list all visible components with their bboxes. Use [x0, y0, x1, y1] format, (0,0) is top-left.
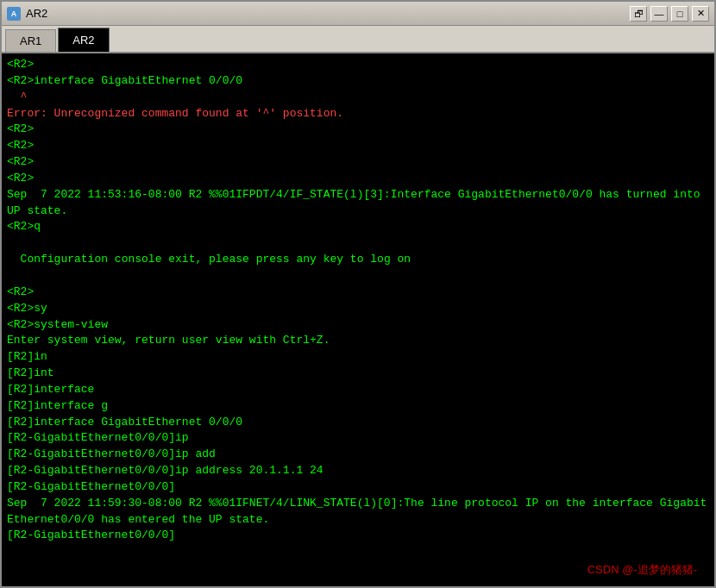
- restore-button[interactable]: 🗗: [630, 6, 647, 22]
- terminal-container[interactable]: <R2> <R2>interface GigabitEthernet 0/0/0…: [2, 53, 714, 586]
- title-bar: A AR2 🗗 — □ ✕: [2, 2, 714, 26]
- terminal-output: <R2> <R2>interface GigabitEthernet 0/0/0…: [7, 57, 709, 544]
- tab-bar: AR1 AR2: [2, 26, 714, 53]
- tab-ar1[interactable]: AR1: [5, 29, 56, 52]
- title-bar-controls: 🗗 — □ ✕: [630, 6, 709, 22]
- close-button[interactable]: ✕: [692, 6, 709, 22]
- window-title: AR2: [26, 7, 47, 20]
- title-bar-left: A AR2: [7, 7, 47, 21]
- watermark: CSDN @-追梦的猪猪-: [587, 562, 697, 578]
- tab-ar2[interactable]: AR2: [58, 28, 109, 52]
- app-icon: A: [7, 7, 21, 21]
- main-window: A AR2 🗗 — □ ✕ AR1 AR2 <R2> <R2>interface…: [0, 0, 716, 588]
- minimize-button[interactable]: —: [650, 6, 668, 22]
- maximize-button[interactable]: □: [671, 6, 688, 22]
